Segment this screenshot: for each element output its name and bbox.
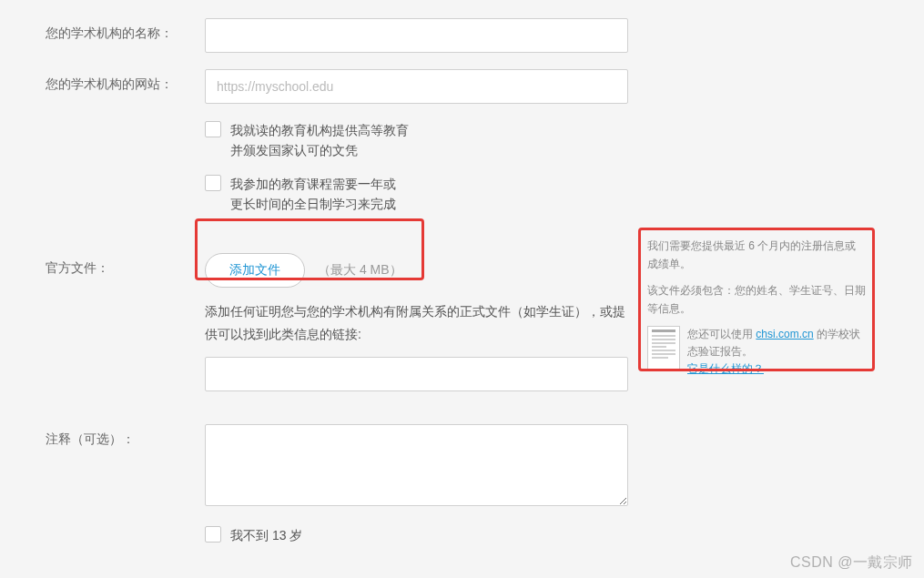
institution-name-input[interactable] xyxy=(205,18,628,53)
institution-website-input[interactable] xyxy=(205,69,628,104)
checkbox-row-course-duration: 我参加的教育课程需要一年或 更长时间的全日制学习来完成 xyxy=(205,174,628,215)
document-link-input[interactable] xyxy=(205,357,628,391)
row-under-13: 我不到 13 岁 xyxy=(0,525,924,545)
checkbox-higher-ed[interactable] xyxy=(205,121,221,137)
checkbox-row-higher-ed: 我就读的教育机构提供高等教育 并颁发国家认可的文凭 xyxy=(205,120,628,161)
row-institution-website: 您的学术机构的网站： xyxy=(0,69,924,104)
add-file-button[interactable]: 添加文件 xyxy=(205,253,305,288)
chsi-link[interactable]: chsi.com.cn xyxy=(756,328,813,340)
info-requirement-1: 我们需要您提供最近 6 个月内的注册信息或成绩单。 xyxy=(647,237,866,274)
checkbox-course-duration[interactable] xyxy=(205,175,221,191)
checkbox-label-under-13: 我不到 13 岁 xyxy=(230,525,302,545)
watermark-text: CSDN @一戴宗师 xyxy=(790,553,913,573)
info-chsi-text: 您还可以使用 chsi.com.cn 的学校状态验证报告。 它是什么样的？ xyxy=(687,326,866,379)
what-is-it-link[interactable]: 它是什么样的？ xyxy=(687,362,764,375)
row-checkboxes-edu: 我就读的教育机构提供高等教育 并颁发国家认可的文凭 我参加的教育课程需要一年或 … xyxy=(0,120,924,228)
checkbox-row-under-13: 我不到 13 岁 xyxy=(205,525,628,545)
label-institution-website: 您的学术机构的网站： xyxy=(46,69,205,93)
add-file-section: 添加文件 （最大 4 MB） xyxy=(205,253,628,288)
row-institution-name: 您的学术机构的名称： xyxy=(0,18,924,53)
document-thumbnail-icon xyxy=(647,326,680,370)
checkbox-label-course-duration: 我参加的教育课程需要一年或 更长时间的全日制学习来完成 xyxy=(230,174,396,215)
file-upload-description: 添加任何证明您与您的学术机构有附属关系的正式文件（如学生证），或提供可以找到此类… xyxy=(205,300,628,346)
label-official-document: 官方文件： xyxy=(46,253,205,277)
label-notes: 注释（可选）： xyxy=(46,424,205,448)
info-requirement-2: 该文件必须包含：您的姓名、学生证号、日期等信息。 xyxy=(647,281,866,319)
label-institution-name: 您的学术机构的名称： xyxy=(46,18,205,42)
checkbox-under-13[interactable] xyxy=(205,526,221,543)
info-panel: 我们需要您提供最近 6 个月内的注册信息或成绩单。 该文件必须包含：您的姓名、学… xyxy=(647,237,866,378)
checkbox-label-higher-ed: 我就读的教育机构提供高等教育 并颁发国家认可的文凭 xyxy=(230,120,409,161)
file-size-hint: （最大 4 MB） xyxy=(318,262,402,279)
notes-textarea[interactable] xyxy=(205,424,628,506)
row-notes: 注释（可选）： xyxy=(0,424,924,509)
